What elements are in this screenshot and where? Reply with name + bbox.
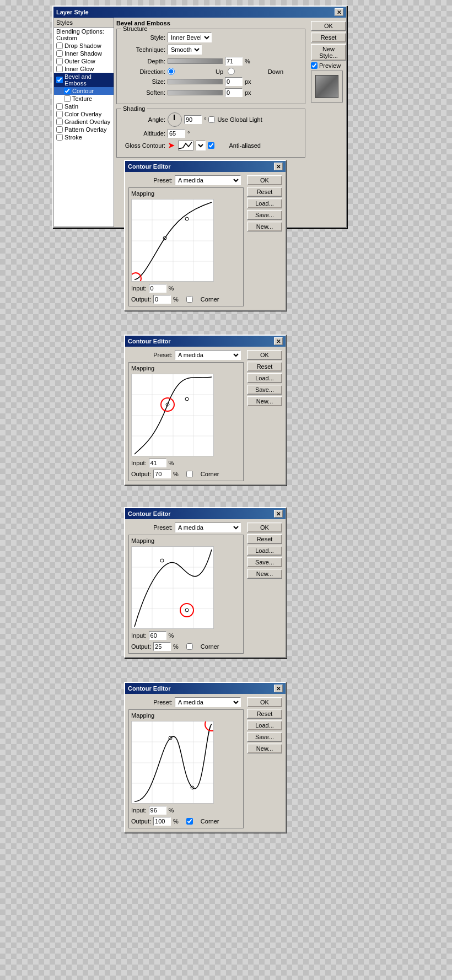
input-field-1[interactable] [149, 284, 166, 293]
input-field-2[interactable] [149, 459, 166, 467]
sidebar-item-color-overlay[interactable]: Color Overlay [54, 110, 114, 118]
output-field-3[interactable] [153, 642, 171, 651]
outer-glow-checkbox[interactable] [56, 58, 63, 64]
input-field-3[interactable] [149, 631, 166, 640]
contour3-ok-button[interactable]: OK [247, 523, 282, 532]
preset-select-1[interactable]: A medida [175, 175, 241, 185]
curve-canvas-1[interactable] [131, 199, 214, 282]
contour1-load-button[interactable]: Load... [247, 198, 282, 208]
corner-checkbox-2[interactable] [181, 471, 198, 477]
preview-checkbox[interactable] [311, 62, 318, 69]
size-input[interactable] [225, 77, 243, 86]
direction-up-radio[interactable] [168, 68, 175, 75]
preview-label: Preview [319, 62, 341, 69]
new-style-button[interactable]: New Style... [311, 44, 346, 61]
contour1-reset-button[interactable]: Reset [247, 187, 282, 197]
size-slider[interactable] [168, 79, 223, 84]
drop-shadow-checkbox[interactable] [56, 42, 63, 49]
mapping-box-3: Mapping [128, 535, 244, 654]
gloss-contour-icon[interactable] [178, 141, 193, 150]
sidebar-item-blending[interactable]: Blending Options: Custom [54, 28, 114, 42]
contour2-save-button[interactable]: Save... [247, 385, 282, 395]
angle-input[interactable] [184, 115, 202, 124]
inner-shadow-checkbox[interactable] [56, 50, 63, 57]
contour3-reset-button[interactable]: Reset [247, 534, 282, 544]
preset-select-2[interactable]: A medida [175, 350, 241, 360]
contour-checkbox[interactable] [64, 88, 71, 94]
gradient-overlay-checkbox[interactable] [56, 119, 63, 125]
curve-canvas-2[interactable] [131, 374, 214, 456]
depth-input[interactable] [225, 57, 243, 66]
sidebar-item-contour[interactable]: Contour [54, 87, 114, 95]
texture-checkbox[interactable] [64, 95, 71, 102]
output-field-4[interactable] [153, 817, 171, 826]
output-field-1[interactable] [153, 295, 171, 304]
gloss-contour-dropdown[interactable]: ▼ [196, 141, 206, 150]
sidebar-item-texture[interactable]: Texture [54, 95, 114, 103]
sidebar-item-inner-shadow[interactable]: Inner Shadow [54, 50, 114, 57]
preview-box [311, 71, 343, 103]
bevel-emboss-checkbox[interactable] [56, 77, 63, 83]
contour4-reset-button[interactable]: Reset [247, 709, 282, 719]
corner-checkbox-1[interactable] [181, 296, 198, 303]
contour-editor-4-left: Preset: A medida Mapping [128, 697, 244, 828]
sidebar-item-drop-shadow[interactable]: Drop Shadow [54, 42, 114, 50]
style-select[interactable]: Inner Bevel [168, 33, 212, 42]
technique-select[interactable]: Smooth [168, 45, 202, 55]
contour-editor-3-close[interactable]: ✕ [274, 510, 283, 518]
sidebar-item-gradient-overlay[interactable]: Gradient Overlay [54, 118, 114, 126]
soften-input[interactable] [225, 88, 243, 97]
pattern-overlay-checkbox[interactable] [56, 126, 63, 133]
input-field-4[interactable] [149, 806, 166, 815]
angle-dial[interactable] [168, 112, 182, 127]
contour-editor-1-close[interactable]: ✕ [274, 163, 283, 170]
preset-select-4[interactable]: A medida [175, 697, 241, 707]
contour3-load-button[interactable]: Load... [247, 546, 282, 556]
soften-slider[interactable] [168, 90, 223, 95]
altitude-input[interactable] [168, 129, 185, 138]
corner-checkbox-3[interactable] [181, 643, 198, 650]
contour1-save-button[interactable]: Save... [247, 210, 282, 220]
anti-aliased-checkbox[interactable] [208, 142, 214, 149]
satin-checkbox[interactable] [56, 103, 63, 110]
contour4-ok-button[interactable]: OK [247, 697, 282, 707]
contour4-load-button[interactable]: Load... [247, 720, 282, 730]
curve-canvas-3[interactable] [131, 546, 214, 629]
sidebar-item-outer-glow[interactable]: Outer Glow [54, 57, 114, 65]
output-field-2[interactable] [153, 470, 171, 478]
contour2-new-button[interactable]: New... [247, 396, 282, 406]
contour3-save-button[interactable]: Save... [247, 557, 282, 567]
sidebar-item-stroke[interactable]: Stroke [54, 133, 114, 141]
curve-canvas-4[interactable] [131, 721, 214, 804]
reset-button[interactable]: Reset [311, 33, 346, 42]
contour2-reset-button[interactable]: Reset [247, 362, 282, 371]
use-global-light-checkbox[interactable] [208, 116, 215, 123]
depth-row: Depth: % [121, 57, 300, 66]
layer-style-close-button[interactable]: ✕ [335, 8, 343, 16]
corner-checkbox-4[interactable] [181, 818, 198, 825]
contour2-ok-button[interactable]: OK [247, 350, 282, 360]
depth-slider[interactable] [168, 58, 223, 64]
contour2-load-button[interactable]: Load... [247, 373, 282, 383]
contour1-ok-button[interactable]: OK [247, 175, 282, 185]
sidebar-item-inner-glow[interactable]: Inner Glow [54, 65, 114, 73]
color-overlay-checkbox[interactable] [56, 111, 63, 117]
contour3-new-button[interactable]: New... [247, 569, 282, 579]
direction-label: Direction: [121, 68, 165, 75]
inner-glow-checkbox[interactable] [56, 66, 63, 72]
contour-editor-2-close[interactable]: ✕ [274, 337, 283, 345]
sidebar-item-bevel-emboss[interactable]: Bevel and Emboss [54, 73, 114, 87]
contour4-new-button[interactable]: New... [247, 744, 282, 753]
preset-row-4: Preset: A medida [128, 697, 244, 707]
contour1-new-button[interactable]: New... [247, 222, 282, 231]
sidebar-item-satin[interactable]: Satin [54, 103, 114, 110]
layer-style-title-bar: Layer Style ✕ [53, 7, 346, 18]
direction-down-radio[interactable] [228, 68, 235, 75]
ok-button[interactable]: OK [311, 21, 346, 31]
preset-select-3[interactable]: A medida [175, 523, 241, 532]
sidebar-item-pattern-overlay[interactable]: Pattern Overlay [54, 126, 114, 133]
size-label: Size: [121, 78, 165, 85]
contour4-save-button[interactable]: Save... [247, 732, 282, 742]
stroke-checkbox[interactable] [56, 134, 63, 141]
contour-editor-4-close[interactable]: ✕ [274, 685, 283, 692]
